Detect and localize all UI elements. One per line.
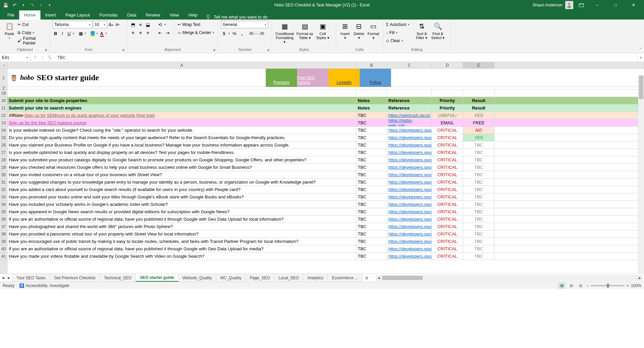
- hscroll-right-icon[interactable]: ▶: [637, 276, 642, 280]
- clear-button[interactable]: ◇Clear▾: [386, 37, 413, 44]
- reference-link[interactable]: https://developers.goo: [388, 217, 431, 222]
- insert-cells-button[interactable]: ⊞Insert▾: [339, 21, 351, 40]
- tab-page-layout[interactable]: Page Layout: [61, 10, 95, 20]
- underline-dropdown[interactable]: ▾: [73, 32, 74, 35]
- tell-me[interactable]: Tell me what you want to do: [205, 14, 267, 20]
- borders-dropdown[interactable]: ▾: [85, 32, 86, 35]
- cell-result[interactable]: TBC: [463, 141, 494, 149]
- sheet-tab-technical-seo[interactable]: Technical_SEO: [100, 274, 136, 282]
- qat-customize-icon[interactable]: ▾: [47, 3, 52, 7]
- format-cells-button[interactable]: ▭Format▾: [366, 21, 380, 40]
- increase-decimal-icon[interactable]: .00→: [250, 30, 256, 36]
- cell-link[interactable]: Sign up for SEMrush to do quick analysis…: [25, 113, 155, 118]
- cell-result[interactable]: NO: [463, 127, 494, 134]
- cell-notes[interactable]: TBC: [356, 149, 387, 156]
- cell-task[interactable]: Have you added a card about yourself to …: [7, 186, 356, 193]
- premium-link[interactable]: Premium: [266, 69, 297, 87]
- row-header[interactable]: 21: [0, 104, 7, 112]
- cell-priority[interactable]: CRITICAL: [432, 253, 463, 260]
- decrease-font-icon[interactable]: A▾: [115, 22, 121, 28]
- row-header[interactable]: 19: [0, 90, 7, 97]
- autosum-button[interactable]: ΣAutoSum▾: [386, 21, 413, 28]
- cell-notes[interactable]: TBC: [356, 216, 387, 223]
- fill-color-button[interactable]: 🪣: [90, 30, 96, 36]
- cell-notes[interactable]: Notes: [356, 97, 387, 104]
- cell-result[interactable]: TBC: [463, 201, 494, 208]
- font-size-combo[interactable]: 10▾: [93, 21, 107, 28]
- cell-reference[interactable]: https://developers.goo: [387, 179, 432, 186]
- cell-notes[interactable]: Notes: [356, 104, 387, 112]
- cell-reference[interactable]: https://developers.goo: [387, 245, 432, 252]
- cell-priority[interactable]: CRITICAL: [432, 201, 463, 208]
- align-bottom-icon[interactable]: ⬓: [145, 22, 151, 28]
- number-launcher-icon[interactable]: ◢: [267, 48, 271, 52]
- fill-button[interactable]: ↓Fill▾: [386, 29, 413, 36]
- cell-reference[interactable]: https://developers.goo: [387, 149, 432, 156]
- orientation-icon[interactable]: ⟲: [157, 22, 163, 28]
- cell-task[interactable]: Submit your site to Google properties: [7, 97, 356, 104]
- cell-priority[interactable]: CRITICAL: [432, 141, 463, 149]
- align-right-icon[interactable]: ≡: [145, 30, 151, 36]
- reference-link[interactable]: https://developers.goo: [388, 194, 431, 199]
- accessibility-icon[interactable]: ♿: [19, 283, 24, 288]
- cell-task[interactable]: Have you appeared in Google News search …: [7, 208, 356, 215]
- row-header[interactable]: 24: [0, 127, 7, 134]
- enter-formula-icon[interactable]: ✓: [41, 55, 44, 60]
- cell-notes[interactable]: TBC: [356, 127, 387, 134]
- cell-result[interactable]: Result: [463, 104, 494, 112]
- cell-notes[interactable]: TBC: [356, 223, 387, 230]
- reference-link[interactable]: https://developers.goo: [388, 165, 431, 170]
- cell-priority[interactable]: USEFUL!: [432, 112, 463, 119]
- cell-priority[interactable]: CRITICAL: [432, 179, 463, 186]
- reference-link[interactable]: https://developers.goo: [388, 239, 431, 244]
- accounting-icon[interactable]: $: [221, 30, 227, 36]
- bold-button[interactable]: B: [53, 30, 59, 36]
- reference-link[interactable]: https://developers.goo: [388, 150, 431, 155]
- cell-notes[interactable]: TBC: [356, 253, 387, 260]
- find-select-button[interactable]: 🔍Find &Select ▾: [430, 21, 445, 40]
- cell-notes[interactable]: TBC: [356, 179, 387, 186]
- cell-priority[interactable]: CRITICAL: [432, 223, 463, 230]
- col-header-a[interactable]: A: [7, 62, 356, 68]
- cell-result[interactable]: FREE: [463, 119, 494, 126]
- cell-reference[interactable]: https://developers.goo: [387, 208, 432, 215]
- cell-task[interactable]: Sign up for the free SEO training course: [7, 119, 356, 126]
- cell-result[interactable]: TBC: [463, 216, 494, 223]
- increase-font-icon[interactable]: A▴: [108, 22, 114, 28]
- col-header-c[interactable]: C: [387, 62, 432, 68]
- add-sheet-button[interactable]: ⊕: [362, 276, 371, 280]
- cell-priority[interactable]: Priority: [432, 97, 463, 104]
- wrap-text-button[interactable]: ↩Wrap Text: [178, 21, 214, 28]
- cell-notes[interactable]: TBC: [356, 171, 387, 178]
- reference-link[interactable]: https://developers.goo: [388, 231, 431, 236]
- row-header[interactable]: 1: [0, 69, 7, 87]
- horizontal-scroll-thumb[interactable]: [382, 276, 423, 280]
- cell-notes[interactable]: TBC: [356, 119, 387, 126]
- cell-priority[interactable]: CRITICAL: [432, 171, 463, 178]
- cell-task[interactable]: Have you claimed your Business Profile o…: [7, 141, 356, 149]
- cell-task[interactable]: Have you submitted your product catalogs…: [7, 156, 356, 163]
- row-header[interactable]: 30: [0, 171, 7, 179]
- italic-button[interactable]: I: [59, 30, 65, 36]
- reference-link[interactable]: https://developers.goo: [388, 202, 431, 207]
- cell-priority[interactable]: CRITICAL: [432, 208, 463, 215]
- col-header-e[interactable]: E: [463, 62, 494, 68]
- cell-reference[interactable]: https://developers.goo: [387, 127, 432, 134]
- user-avatar[interactable]: [565, 1, 573, 9]
- page-layout-view-button[interactable]: ▤: [568, 283, 575, 289]
- comma-icon[interactable]: ,: [239, 30, 245, 36]
- cut-button[interactable]: ✂Cut: [18, 21, 47, 28]
- cell-styles-button[interactable]: ▣ CellStyles ▾: [315, 21, 330, 40]
- delete-cells-button[interactable]: ⊟Delete▾: [353, 21, 365, 40]
- reference-link[interactable]: https://developers.goo: [388, 180, 431, 185]
- col-header-d[interactable]: D: [432, 62, 463, 68]
- decrease-decimal-icon[interactable]: ←.00: [257, 30, 263, 36]
- cell-notes[interactable]: TBC: [356, 208, 387, 215]
- cell-notes[interactable]: TBC: [356, 112, 387, 119]
- cell-notes[interactable]: TBC: [356, 134, 387, 141]
- paste-button[interactable]: 📋 Paste ▾: [3, 21, 16, 40]
- linkedin-link[interactable]: Linkedin: [328, 69, 360, 87]
- cell-reference[interactable]: https://semrush.sjv.io/: [387, 112, 432, 119]
- vertical-scrollbar[interactable]: [638, 75, 644, 274]
- reference-link[interactable]: https://developers.goo: [388, 135, 431, 140]
